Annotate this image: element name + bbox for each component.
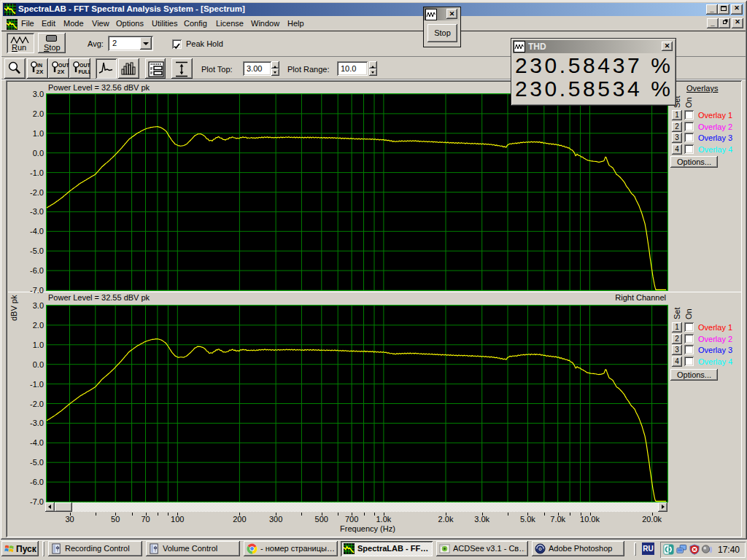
svg-text:IN: IN: [37, 63, 42, 68]
svg-text:FULL: FULL: [79, 69, 91, 74]
svg-text:OUT: OUT: [58, 63, 69, 68]
svg-text:2X: 2X: [58, 69, 65, 75]
svg-text:OUT: OUT: [80, 63, 90, 68]
svg-text:2X: 2X: [36, 69, 44, 75]
